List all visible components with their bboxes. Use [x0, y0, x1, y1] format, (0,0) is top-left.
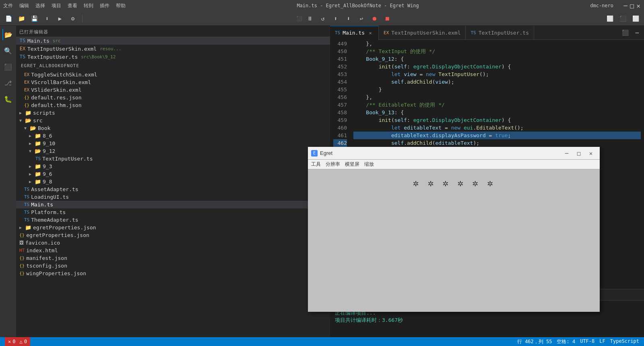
egret-menu-zoom[interactable]: 缩放	[364, 161, 374, 168]
close-tab-main[interactable]: ✕	[367, 30, 374, 36]
user-label: dmc-nero	[590, 3, 613, 8]
open-file-textinputuserskin[interactable]: EX TextInputUserSkin.exml resou...	[16, 45, 330, 53]
tree-9_3[interactable]: ▶ 📁 9_3	[16, 163, 330, 170]
step-up-button[interactable]: ⬆	[330, 13, 341, 24]
tree-defaultresjson[interactable]: {} default.res.json	[16, 94, 330, 101]
open-file-textinputuser-ts[interactable]: TS TextInputUser.ts src\Book\9_12	[16, 53, 330, 61]
layout-split-button[interactable]: ⬛	[617, 13, 628, 24]
minimize-button[interactable]: ─	[623, 3, 628, 8]
ts-file-icon-2: TS	[19, 54, 26, 60]
tree-vsliderskin[interactable]: EX VSliderSkin.exml	[16, 86, 330, 94]
record-button[interactable]: ⏺	[369, 13, 380, 24]
debug-sidebar-icon[interactable]: 🐛	[2, 93, 14, 105]
tree-themeadapter[interactable]: TS ThemeAdapter.ts	[16, 216, 330, 224]
run-button[interactable]: ▶	[55, 13, 65, 24]
open-file-button[interactable]: 📁	[16, 13, 27, 24]
project-title: EGRET_ALLBOOKOFNOTE	[16, 61, 330, 71]
egret-close-button[interactable]: ✕	[585, 149, 597, 158]
menu-item-file[interactable]: 文件	[3, 2, 13, 9]
pause-button[interactable]: ⏸	[305, 13, 315, 24]
menu-item-plugins[interactable]: 插件	[100, 2, 109, 9]
egret-maximize-button[interactable]: □	[573, 149, 584, 158]
tab-textinputuserskin[interactable]: EX TextInputUserSkin.exml	[379, 26, 466, 40]
tree-wingproperties[interactable]: {} wingProperties.json	[16, 270, 330, 277]
line-ending[interactable]: LF	[599, 338, 605, 345]
tree-loadingui[interactable]: TS LoadingUI.ts	[16, 193, 330, 201]
password-display: ✲ ✲ ✲ ✲ ✲ ✲	[413, 177, 495, 189]
tree-manifest[interactable]: {} manifest.json	[16, 254, 330, 262]
language-mode[interactable]: TypeScript	[610, 338, 639, 345]
app-title: Main.ts - Egret_AllBookOfNote - Egret Wi…	[132, 3, 584, 8]
menu-item-help[interactable]: 帮助	[116, 2, 126, 9]
egret-menu-resolution[interactable]: 分辨率	[326, 161, 340, 168]
menu-item-goto[interactable]: 转到	[84, 2, 93, 9]
tree-textinputuser-ts[interactable]: TS TextInputUser.ts	[16, 155, 330, 163]
tree-toggleswitchskin[interactable]: EX ToggleSwitchSkin.exml	[16, 71, 330, 78]
menu-bar: 文件 编辑 选择 项目 查看 转到 插件 帮助 Main.ts - Egret_…	[0, 0, 644, 11]
tree-platform[interactable]: TS Platform.ts	[16, 208, 330, 216]
encoding[interactable]: UTF-8	[580, 338, 594, 345]
exml-file-icon: EX	[19, 45, 26, 52]
indentation[interactable]: 空格: 4	[557, 338, 575, 345]
save-file-button[interactable]: 💾	[29, 13, 39, 24]
stop-button[interactable]: ⏹	[382, 13, 392, 24]
egret-window-title: Egret	[320, 150, 561, 156]
tree-main-ts[interactable]: TS Main.ts	[16, 201, 330, 208]
step-down-button[interactable]: ⬇	[343, 13, 354, 24]
tree-assetadapter[interactable]: TS AssetAdapter.ts	[16, 185, 330, 193]
explorer-icon[interactable]: 📂	[2, 29, 14, 40]
new-file-button[interactable]: 📄	[3, 13, 14, 24]
close-button[interactable]: ✕	[636, 3, 641, 8]
menu-item-project[interactable]: 项目	[52, 2, 61, 9]
tree-template[interactable]: ▶ 📁 egretProperties.json	[16, 224, 330, 231]
git-icon[interactable]: ⎇	[2, 77, 14, 89]
more-actions-button[interactable]: ⋯	[632, 27, 642, 38]
tree-src[interactable]: ▼ 📂 src	[16, 117, 330, 124]
egret-minimize-button[interactable]: ─	[561, 149, 572, 158]
split-editor-button[interactable]: ⬛	[620, 27, 630, 38]
tree-vscrollbarskin[interactable]: EX VScrollBarSkin.exml	[16, 78, 330, 86]
layout-controls: ⬜ ⬛ ⬜	[605, 13, 641, 24]
tree-9_10[interactable]: ▶ 📁 9_10	[16, 140, 330, 147]
cursor-position[interactable]: 行 462，列 55	[517, 338, 552, 345]
tab-main-ts[interactable]: TS Main.ts ✕	[330, 26, 379, 40]
menu-item-view[interactable]: 查看	[68, 2, 77, 9]
sidebar: 已打开编辑器 TS Main.ts src EX TextInputUserSk…	[16, 26, 330, 337]
layout-grid-button[interactable]: ⬜	[630, 13, 641, 24]
menu-item-select[interactable]: 选择	[35, 2, 45, 9]
menu-item-edit[interactable]: 编辑	[19, 2, 29, 9]
tree-9_12[interactable]: ▼ 📂 9_12	[16, 147, 330, 155]
egret-menu-tools[interactable]: 工具	[311, 161, 321, 168]
layout-single-button[interactable]: ⬜	[605, 13, 615, 24]
tree-book[interactable]: ▼ 📂 Book	[16, 124, 330, 132]
download-button[interactable]: ⬇	[42, 13, 52, 24]
tree-favicon[interactable]: 🖼 favicon.ico	[16, 239, 330, 247]
tree-8_6[interactable]: ▶ 📁 8_6	[16, 132, 330, 140]
toolbar-separator-1	[82, 14, 83, 23]
status-bar: ✕ 0 △ 0 行 462，列 55 空格: 4 UTF-8 LF TypeSc…	[0, 337, 644, 346]
tree-egretproperties[interactable]: {} egretProperties.json	[16, 231, 330, 239]
settings-button[interactable]: ⚙	[68, 13, 78, 24]
egret-preview-content: ✲ ✲ ✲ ✲ ✲ ✲	[308, 169, 600, 312]
maximize-button[interactable]: □	[630, 3, 634, 8]
extensions-icon[interactable]: ⬛	[2, 61, 14, 72]
debug-icon: ⬛	[296, 16, 302, 21]
egret-menubar: 工具 分辨率 横竖屏 缩放	[308, 160, 600, 169]
error-count[interactable]: ✕ 0 △ 0	[5, 337, 30, 346]
tree-indexhtml[interactable]: HT index.html	[16, 247, 330, 254]
tree-9_8[interactable]: ▶ 📁 9_8	[16, 178, 330, 185]
tree-9_6[interactable]: ▶ 📁 9_6	[16, 170, 330, 178]
egret-menu-orientation[interactable]: 横竖屏	[345, 161, 359, 168]
tree-defaultthmjson[interactable]: {} default.thm.json	[16, 101, 330, 109]
open-file-main-ts[interactable]: TS Main.ts src	[16, 37, 330, 45]
reload-button[interactable]: ↺	[318, 13, 328, 24]
status-right: 行 462，列 55 空格: 4 UTF-8 LF TypeScript	[517, 338, 639, 345]
search-icon[interactable]: 🔍	[2, 45, 14, 56]
tree-scripts[interactable]: ▶ 📁 scripts	[16, 109, 330, 117]
sidebar-icon-bar: 📂 🔍 ⬛ ⎇ 🐛	[0, 26, 16, 337]
refresh-button[interactable]: ↩	[356, 13, 367, 24]
tree-tsconfig[interactable]: {} tsconfig.json	[16, 262, 330, 270]
open-editors-title: 已打开编辑器	[16, 26, 330, 37]
toolbar: 📄 📁 💾 ⬇ ▶ ⚙ ⬛ ⏸ ↺ ⬆ ⬇ ↩ ⏺ ⏹ ⬜ ⬛ ⬜	[0, 11, 644, 26]
tab-textinputuser-ts[interactable]: TS TextInputUser.ts	[466, 26, 534, 40]
